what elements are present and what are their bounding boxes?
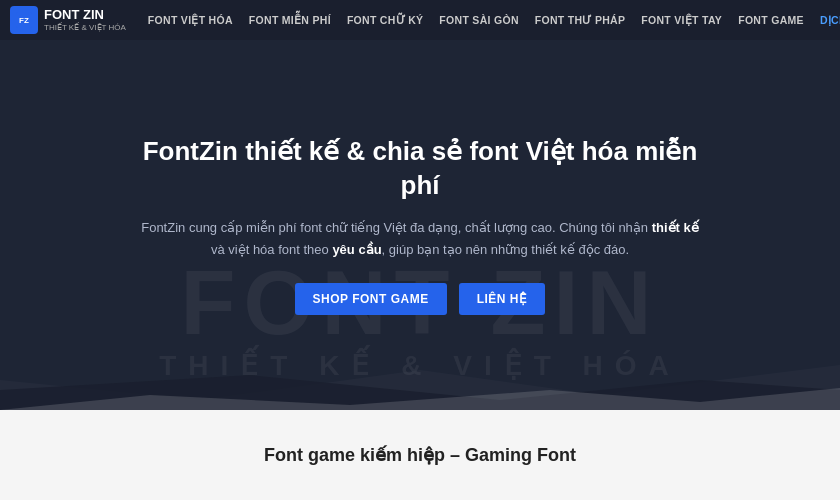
nav-font-game[interactable]: FONT GAME — [730, 14, 812, 26]
nav-thu-phap[interactable]: FONT THƯ PHÁP — [527, 14, 633, 26]
hero-desc-mid: và việt hóa font theo — [211, 242, 332, 257]
bottom-section: Font game kiếm hiệp – Gaming Font — [0, 410, 840, 500]
hero-desc-plain: FontZin cung cấp miễn phí font chữ tiếng… — [141, 220, 651, 235]
nav-sai-gon[interactable]: FONT SÀI GÒN — [431, 14, 526, 26]
svg-text:FZ: FZ — [19, 16, 29, 25]
logo-name: FONT ZIN — [44, 8, 126, 22]
shop-font-game-button[interactable]: SHOP FONT GAME — [295, 283, 447, 315]
nav-links: FONT VIỆT HÓA FONT MIỄN PHÍ FONT CHỮ KÝ … — [140, 14, 840, 26]
logo-icon: FZ — [10, 6, 38, 34]
hero-desc-bold1: thiết kế — [652, 220, 699, 235]
nav-chu-ky[interactable]: FONT CHỮ KÝ — [339, 14, 431, 26]
nav-viet-hoa[interactable]: FONT VIỆT HÓA — [140, 14, 241, 26]
bottom-title: Font game kiếm hiệp – Gaming Font — [264, 444, 576, 466]
hero-section: FONT ZIN THIẾT KẾ & VIỆT HÓA FontZin thi… — [0, 40, 840, 410]
hero-desc-bold2: yêu cầu — [332, 242, 381, 257]
nav-viet-tay[interactable]: FONT VIỆT TAY — [633, 14, 730, 26]
logo-subtitle: THIẾT KẾ & VIỆT HÓA — [44, 23, 126, 32]
hero-title: FontZin thiết kế & chia sẻ font Việt hóa… — [140, 135, 700, 203]
hero-description: FontZin cung cấp miễn phí font chữ tiếng… — [140, 217, 700, 261]
hero-buttons: SHOP FONT GAME LIÊN HỆ — [140, 283, 700, 315]
wave-divider — [0, 350, 840, 410]
navbar: FZ FONT ZIN THIẾT KẾ & VIỆT HÓA FONT VIỆ… — [0, 0, 840, 40]
nav-dich-vu[interactable]: DỊCH VỤ — [812, 14, 840, 26]
logo[interactable]: FZ FONT ZIN THIẾT KẾ & VIỆT HÓA — [10, 6, 126, 34]
hero-desc-end: , giúp bạn tạo nên những thiết kế độc đá… — [382, 242, 629, 257]
lien-he-button[interactable]: LIÊN HỆ — [459, 283, 546, 315]
nav-mien-phi[interactable]: FONT MIỄN PHÍ — [241, 14, 339, 26]
hero-content: FontZin thiết kế & chia sẻ font Việt hóa… — [120, 135, 720, 315]
